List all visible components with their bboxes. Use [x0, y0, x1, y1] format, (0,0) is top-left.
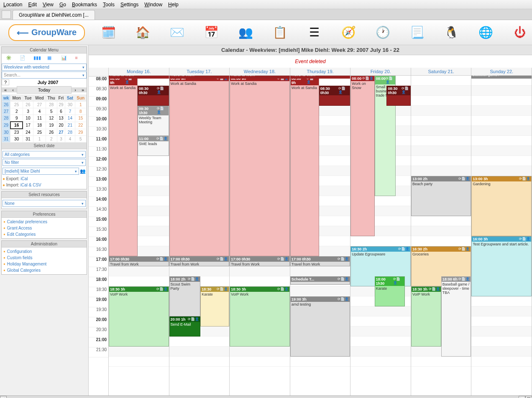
pref-categories[interactable]: ●Edit Categories — [3, 231, 85, 237]
resources-select[interactable]: None — [3, 200, 86, 207]
calendar-event[interactable]: 18:00 6h⟳📄👤Baseball game / sleepover - t… — [441, 276, 471, 357]
next-year[interactable]: » — [79, 87, 87, 92]
category-select[interactable]: All categories — [3, 151, 86, 158]
planner-icon[interactable]: 📊 — [61, 55, 69, 61]
calendar-event[interactable]: 17:00 0h30⟳📄👤Travel from Work — [230, 256, 290, 266]
import-link[interactable]: iCal & CSV — [20, 183, 41, 187]
day-column[interactable]: Thursday 19.Travel to Work08:00 9h⟳📄👤Wor… — [290, 68, 351, 395]
mail-icon[interactable]: ✉️ — [170, 26, 184, 39]
calendar-event[interactable]: 18:30 3h⟳📄👤VoIP Work — [230, 286, 290, 347]
today-button[interactable]: Today — [17, 86, 72, 94]
day-column[interactable]: Tuesday 17.Travel to Work08:00 9h⟳📄👤Work… — [169, 68, 230, 395]
compass-icon[interactable]: 🧭 — [342, 26, 355, 39]
tasks-icon[interactable]: 📋 — [273, 26, 286, 39]
calendar-event[interactable]: 11:00⟳📄👤SME leads — [138, 136, 169, 156]
day-body[interactable]: 08:00⟳📄👤Work on Snow08:00⟳📄👤Small busine… — [350, 76, 411, 367]
calendar-event[interactable]: 08:00⟳📄👤Work on Snow — [350, 76, 374, 236]
calendar-event[interactable]: 08:30 0h30⟳📄👤 — [138, 86, 169, 106]
power-icon[interactable]: ⏻ — [513, 26, 527, 39]
pref-calendar[interactable]: ●Calendar preferences — [3, 219, 85, 225]
menu-go[interactable]: Go — [59, 2, 66, 8]
people-icon[interactable]: 👥 — [239, 26, 252, 39]
calendar-event[interactable]: 19:00 3h⟳📄👤amd testing — [290, 296, 350, 357]
export-ical-link[interactable]: iCal — [20, 176, 28, 181]
scroll-right[interactable]: ► — [519, 396, 525, 398]
scroll-track[interactable] — [7, 396, 519, 398]
scroll-left[interactable]: ◄ — [0, 396, 7, 398]
pref-grant[interactable]: ●Grant Access — [3, 225, 85, 231]
menu-window[interactable]: Window — [144, 2, 162, 8]
admin-config[interactable]: ●Configuration — [3, 248, 85, 255]
prev-month[interactable]: ‹ — [9, 87, 17, 92]
calendar-event[interactable]: 08:30 0h30⟳📄👤 — [319, 86, 350, 106]
day-header[interactable]: Tuesday 17. — [169, 68, 230, 76]
menu-tools[interactable]: Tools — [103, 2, 115, 8]
calendar-event[interactable]: 08:30 0h30⟳📄👤 — [386, 86, 410, 106]
calendar-event[interactable]: 17:00 0h30⟳📄👤Travel from Work — [109, 256, 169, 266]
month-grid-icon[interactable]: ▦ — [47, 55, 55, 61]
search-input[interactable]: Search... — [2, 71, 87, 79]
menu-bookmarks[interactable]: Bookmarks — [72, 2, 97, 8]
menu-edit[interactable]: Edit — [28, 2, 37, 8]
calendar-event[interactable]: 18:30 3h⟳📄👤VoIP Work — [109, 286, 169, 347]
calendar-event[interactable]: 16:00 3h⟳📄👤Test Egroupware and start art… — [471, 236, 532, 296]
day-body[interactable]: Travel to Work08:00 9h⟳📄👤Work at Sandia0… — [290, 76, 350, 367]
menu-settings[interactable]: Settings — [120, 2, 138, 8]
scroll-grip[interactable]: ▦ — [525, 396, 532, 398]
clock-icon[interactable]: 🕐 — [376, 26, 389, 39]
day-column[interactable]: Sunday 22.Baseball game /13:00 3h⟳📄👤Gard… — [471, 68, 532, 395]
calendar-event[interactable]: 08:00 9h⟳📄👤Work at Sandia — [230, 76, 290, 256]
prev-year[interactable]: « — [2, 87, 9, 92]
day-body[interactable]: Travel to Work08:00 9h⟳📄👤Work at Sandia1… — [169, 76, 230, 367]
calendar-event[interactable]: 08:00 9h⟳📄👤Work at Sandia — [109, 76, 138, 256]
calendar-event[interactable]: Schedule T...⟳📄👤 — [290, 276, 350, 285]
user-icon[interactable]: 👥 — [80, 168, 86, 174]
day-header[interactable]: Monday 16. — [109, 68, 169, 76]
calendar-event[interactable]: 17:00 0h30⟳📄👤Travel from Work — [290, 256, 350, 266]
new-tab-button[interactable] — [2, 10, 11, 19]
calendar-event[interactable]: 17:00 0h30⟳📄👤Travel from Work — [169, 256, 230, 266]
day-body[interactable]: Travel to Work08:00 9h⟳📄👤Work at Sandia1… — [230, 76, 290, 367]
calendar-event[interactable]: 18:30 3h⟳📄👤VoIP Work — [411, 286, 441, 347]
day-header[interactable]: Saturday 21. — [411, 68, 471, 76]
filter-select[interactable]: No filter — [3, 159, 86, 166]
user-select[interactable]: [mdiehl] Mike Diehl — [3, 168, 79, 175]
help-button[interactable]: ? — [2, 79, 9, 85]
week-grid[interactable]: 08:0008:3009:0009:3010:0010:3011:0011:30… — [89, 68, 532, 395]
calendar-event[interactable]: 09:30 1h30⟳📄👤Weekly Team Meeting — [138, 106, 169, 136]
admin-icon[interactable]: 🐧 — [445, 26, 458, 39]
day-column[interactable]: Saturday 21.13:00 2h⟳📄👤Beach party16:30 … — [411, 68, 472, 395]
calendar-event[interactable]: 13:00 3h⟳📄👤Gardening — [471, 176, 532, 236]
day-header[interactable]: Sunday 22. — [471, 68, 532, 76]
home-icon[interactable]: 🗓️ — [102, 26, 115, 39]
day-body[interactable]: 13:00 2h⟳📄👤Beach party16:30 2h⟳📄👤Groceri… — [411, 76, 471, 367]
day-column[interactable]: Monday 16.Travel to Work08:00 9h⟳📄👤Work … — [109, 68, 169, 395]
add-event-icon[interactable]: ✳️ — [6, 55, 13, 61]
day-body[interactable]: Baseball game /13:00 3h⟳📄👤Gardening16:00… — [471, 76, 532, 367]
day-header[interactable]: Thursday 19. — [290, 68, 350, 76]
globe-icon[interactable]: 🌐 — [479, 26, 492, 39]
day-body[interactable]: Travel to Work08:00 9h⟳📄👤Work at Sandia0… — [109, 76, 169, 367]
day-column[interactable]: Friday 20.08:00⟳📄👤Work on Snow08:00⟳📄👤Sm… — [350, 68, 411, 395]
house-icon[interactable]: 🏠 — [136, 26, 149, 39]
admin-global[interactable]: ●Global Categories — [3, 267, 85, 273]
next-month[interactable]: › — [72, 87, 79, 92]
browser-tab[interactable]: GroupWare at DiehlNet.com [... — [13, 10, 95, 20]
calendar-event[interactable]: 18:00 2h⟳📄👤Scout Swim Party — [169, 276, 201, 316]
list-icon[interactable]: 📃 — [410, 26, 424, 39]
calendar-event[interactable]: 08:00 9h⟳📄👤Work at Sandia — [290, 76, 319, 256]
week-bars-icon[interactable]: ▮▮▮ — [33, 55, 41, 61]
calendar-icon[interactable]: 📅 — [205, 26, 218, 39]
menu-help[interactable]: Help — [168, 2, 179, 8]
view-select[interactable]: Weekview with weekend — [2, 64, 87, 71]
admin-custom[interactable]: ●Custom fields — [3, 255, 85, 261]
list-view-icon[interactable]: ≡ — [75, 55, 82, 61]
app-logo[interactable]: ⟵ GroupWare — [8, 24, 85, 41]
calendar-event[interactable]: 13:00 2h⟳📄👤Beach party — [411, 176, 471, 216]
day-view-icon[interactable]: 📄 — [20, 55, 27, 61]
calendar-event[interactable]: 18:30⟳📄👤Karate — [200, 286, 229, 327]
resources-icon[interactable]: ☰ — [307, 26, 321, 39]
day-column[interactable]: Wednesday 18.Travel to Work08:00 9h⟳📄👤Wo… — [230, 68, 290, 395]
mini-calendar[interactable]: wkMonTueWedThuFriSatSun 262526272829301 … — [2, 94, 87, 143]
calendar-event[interactable]: 20:00 1h⟳📄👤Send E-Mail — [169, 316, 201, 337]
